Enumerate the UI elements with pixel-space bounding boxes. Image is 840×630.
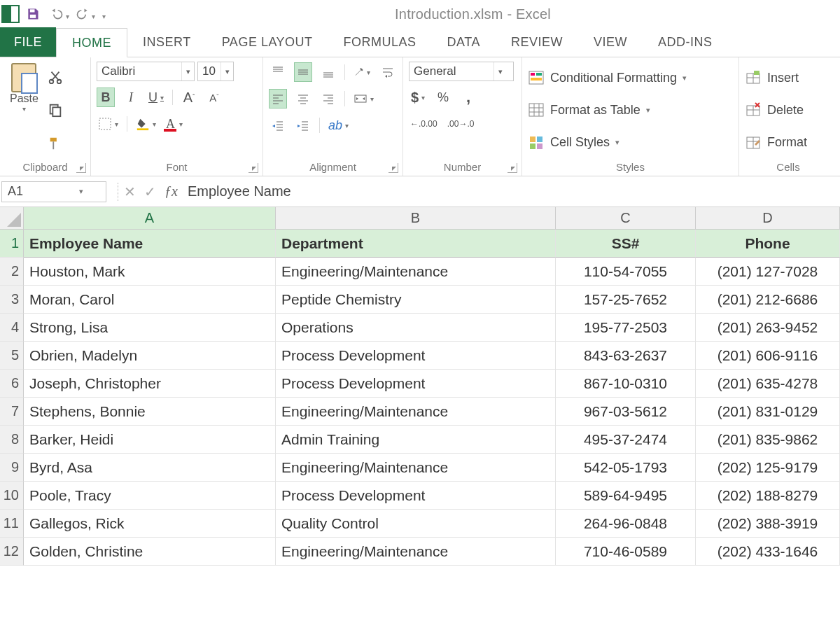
cell[interactable]: Golden, Christine: [24, 538, 276, 566]
cell[interactable]: 589-64-9495: [556, 482, 696, 510]
cut-button[interactable]: [46, 68, 65, 86]
cell[interactable]: (202) 188-8279: [696, 482, 840, 510]
cell[interactable]: Houston, Mark: [24, 258, 276, 286]
cell[interactable]: (202) 433-1646: [696, 538, 840, 566]
accounting-format-button[interactable]: $: [409, 88, 427, 107]
cell[interactable]: 542-05-1793: [556, 454, 696, 482]
undo-button[interactable]: [46, 4, 67, 24]
cell[interactable]: Process Development: [276, 342, 556, 370]
cell[interactable]: 195-77-2503: [556, 314, 696, 342]
tab-data[interactable]: DATA: [432, 27, 496, 57]
number-format-caret-icon[interactable]: ▾: [493, 62, 506, 80]
cell[interactable]: Engineering/Maintenance: [276, 538, 556, 566]
cell[interactable]: Process Development: [276, 482, 556, 510]
fill-color-button[interactable]: [134, 114, 158, 134]
tab-file[interactable]: FILE: [0, 27, 56, 57]
row-header[interactable]: 10: [0, 482, 24, 510]
row-header[interactable]: 4: [0, 314, 24, 342]
cell[interactable]: Admin Training: [276, 426, 556, 454]
borders-button[interactable]: [97, 114, 120, 134]
cell[interactable]: 843-63-2637: [556, 342, 696, 370]
row-header[interactable]: 12: [0, 538, 24, 566]
cell[interactable]: Engineering/Maintenance: [276, 454, 556, 482]
column-header-B[interactable]: B: [276, 207, 556, 230]
increase-decimal-button[interactable]: ←.0.00: [409, 114, 439, 134]
cell[interactable]: (201) 606-9116: [696, 342, 840, 370]
row-header[interactable]: 6: [0, 370, 24, 398]
copy-button[interactable]: [46, 101, 65, 119]
number-format-combo[interactable]: ▾: [409, 62, 514, 81]
cell[interactable]: Poole, Tracy: [24, 482, 276, 510]
underline-button[interactable]: U: [147, 88, 165, 107]
cell[interactable]: (201) 635-4278: [696, 370, 840, 398]
cell[interactable]: Engineering/Maintenance: [276, 398, 556, 426]
align-right-button[interactable]: [319, 89, 337, 108]
format-as-table-button[interactable]: Format as Table▾: [528, 98, 733, 122]
paste-button[interactable]: Paste ▾: [6, 62, 43, 159]
redo-button[interactable]: [72, 4, 93, 24]
cell[interactable]: Peptide Chemistry: [276, 286, 556, 314]
column-header-A[interactable]: A: [24, 207, 276, 230]
tab-page-layout[interactable]: PAGE LAYOUT: [206, 27, 328, 57]
row-header[interactable]: 1: [0, 230, 24, 258]
row-header[interactable]: 7: [0, 398, 24, 426]
cell[interactable]: Byrd, Asa: [24, 454, 276, 482]
alignment-dialog-launcher[interactable]: [388, 163, 398, 173]
wrap-text-button[interactable]: [379, 62, 397, 82]
cell[interactable]: Obrien, Madelyn: [24, 342, 276, 370]
increase-indent-button[interactable]: [294, 115, 312, 135]
name-box-input[interactable]: [2, 184, 79, 199]
bold-button[interactable]: B: [97, 88, 115, 107]
cell[interactable]: (201) 831-0129: [696, 398, 840, 426]
italic-button[interactable]: I: [122, 88, 140, 107]
clipboard-dialog-launcher[interactable]: [76, 163, 86, 173]
redo-caret-icon[interactable]: ▾: [92, 13, 95, 20]
grow-font-button[interactable]: Aˆ: [180, 88, 198, 107]
conditional-formatting-button[interactable]: Conditional Formatting▾: [528, 66, 733, 90]
decrease-decimal-button[interactable]: .00→.0: [446, 114, 476, 134]
cancel-formula-button[interactable]: ✕: [124, 183, 136, 200]
decrease-indent-button[interactable]: [269, 115, 287, 135]
cell[interactable]: (201) 263-9452: [696, 314, 840, 342]
delete-cells-button[interactable]: Delete: [745, 98, 832, 122]
tab-view[interactable]: VIEW: [578, 27, 643, 57]
cell[interactable]: 867-10-0310: [556, 370, 696, 398]
comma-format-button[interactable]: ,: [459, 88, 477, 107]
name-box-caret-icon[interactable]: ▾: [79, 187, 88, 196]
tab-review[interactable]: REVIEW: [496, 27, 578, 57]
font-size-input[interactable]: [198, 62, 220, 80]
font-size-caret-icon[interactable]: ▾: [220, 62, 233, 80]
font-name-caret-icon[interactable]: ▾: [181, 62, 194, 80]
cell-styles-button[interactable]: Cell Styles▾: [528, 131, 733, 155]
merge-center-button[interactable]: [352, 89, 375, 108]
row-header[interactable]: 8: [0, 426, 24, 454]
tab-insert[interactable]: INSERT: [127, 27, 206, 57]
align-middle-button[interactable]: [294, 62, 312, 82]
cell[interactable]: (201) 212-6686: [696, 286, 840, 314]
cell[interactable]: Phone: [696, 230, 840, 258]
cell[interactable]: Joseph, Christopher: [24, 370, 276, 398]
percent-format-button[interactable]: %: [434, 88, 452, 107]
cell[interactable]: (202) 388-3919: [696, 510, 840, 538]
cell[interactable]: Gallegos, Rick: [24, 510, 276, 538]
row-header[interactable]: 9: [0, 454, 24, 482]
column-header-D[interactable]: D: [696, 207, 840, 230]
tab-addins[interactable]: ADD-INS: [643, 27, 728, 57]
font-name-combo[interactable]: ▾: [97, 62, 195, 81]
accept-formula-button[interactable]: ✓: [144, 183, 156, 200]
name-box[interactable]: ▾: [1, 181, 106, 202]
cell[interactable]: 264-96-0848: [556, 510, 696, 538]
orientation-button[interactable]: [352, 62, 372, 82]
insert-cells-button[interactable]: Insert: [745, 66, 832, 90]
format-painter-button[interactable]: [46, 134, 65, 153]
cell[interactable]: (201) 127-7028: [696, 258, 840, 286]
cell[interactable]: (202) 125-9179: [696, 454, 840, 482]
font-color-button[interactable]: A: [164, 114, 184, 134]
column-header-C[interactable]: C: [556, 207, 696, 230]
align-left-button[interactable]: [269, 89, 287, 108]
cell[interactable]: Employee Name: [24, 230, 276, 258]
font-dialog-launcher[interactable]: [248, 163, 258, 173]
tab-formulas[interactable]: FORMULAS: [328, 27, 432, 57]
undo-caret-icon[interactable]: ▾: [66, 13, 69, 20]
align-bottom-button[interactable]: [319, 62, 337, 82]
